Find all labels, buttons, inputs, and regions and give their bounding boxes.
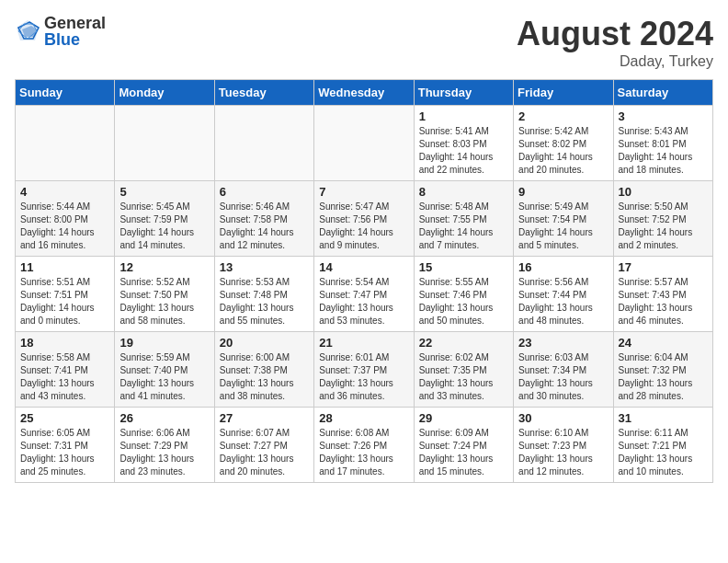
day-number: 2 [518, 109, 608, 123]
day-info: Sunrise: 5:56 AM Sunset: 7:44 PM Dayligh… [518, 276, 608, 327]
calendar-cell: 17Sunrise: 5:57 AM Sunset: 7:43 PM Dayli… [613, 257, 712, 332]
day-number: 1 [419, 109, 508, 123]
col-header-thursday: Thursday [414, 80, 513, 106]
day-number: 19 [119, 336, 209, 350]
logo-icon [15, 18, 40, 44]
day-number: 22 [419, 336, 508, 350]
logo: General Blue [15, 15, 106, 48]
day-info: Sunrise: 5:43 AM Sunset: 8:01 PM Dayligh… [619, 125, 708, 177]
day-number: 15 [419, 260, 508, 274]
day-info: Sunrise: 5:58 AM Sunset: 7:41 PM Dayligh… [20, 351, 109, 403]
day-info: Sunrise: 5:59 AM Sunset: 7:40 PM Dayligh… [119, 351, 209, 403]
logo-text: General Blue [44, 15, 106, 48]
calendar-cell [16, 106, 115, 181]
location-subtitle: Daday, Turkey [517, 53, 713, 70]
calendar-cell [214, 106, 313, 181]
day-number: 8 [419, 185, 508, 199]
day-number: 29 [419, 411, 508, 425]
title-area: August 2024 Daday, Turkey [517, 15, 713, 70]
day-info: Sunrise: 5:53 AM Sunset: 7:48 PM Dayligh… [220, 276, 309, 327]
calendar-cell [314, 106, 414, 181]
col-header-saturday: Saturday [613, 80, 712, 106]
day-number: 3 [619, 109, 708, 123]
calendar-cell: 11Sunrise: 5:51 AM Sunset: 7:51 PM Dayli… [16, 257, 115, 332]
day-number: 12 [119, 260, 209, 274]
day-number: 4 [20, 185, 109, 199]
day-number: 5 [119, 185, 209, 199]
day-number: 18 [20, 336, 109, 350]
day-number: 13 [220, 260, 309, 274]
day-info: Sunrise: 6:06 AM Sunset: 7:29 PM Dayligh… [119, 427, 209, 478]
col-header-friday: Friday [514, 80, 613, 106]
day-info: Sunrise: 5:57 AM Sunset: 7:43 PM Dayligh… [619, 276, 708, 327]
col-header-tuesday: Tuesday [214, 80, 313, 106]
calendar-header-row: SundayMondayTuesdayWednesdayThursdayFrid… [16, 80, 713, 106]
logo-general-label: General [44, 15, 106, 31]
calendar-cell: 10Sunrise: 5:50 AM Sunset: 7:52 PM Dayli… [613, 181, 712, 257]
day-info: Sunrise: 5:54 AM Sunset: 7:47 PM Dayligh… [319, 276, 408, 327]
calendar-table: SundayMondayTuesdayWednesdayThursdayFrid… [15, 79, 713, 483]
logo-blue-label: Blue [44, 31, 106, 48]
calendar-cell: 27Sunrise: 6:07 AM Sunset: 7:27 PM Dayli… [214, 408, 313, 483]
calendar-cell: 6Sunrise: 5:46 AM Sunset: 7:58 PM Daylig… [214, 181, 313, 257]
calendar-cell: 15Sunrise: 5:55 AM Sunset: 7:46 PM Dayli… [414, 257, 513, 332]
day-info: Sunrise: 6:03 AM Sunset: 7:34 PM Dayligh… [518, 351, 608, 403]
day-info: Sunrise: 5:51 AM Sunset: 7:51 PM Dayligh… [20, 276, 109, 327]
day-info: Sunrise: 6:09 AM Sunset: 7:24 PM Dayligh… [419, 427, 508, 478]
calendar-cell: 5Sunrise: 5:45 AM Sunset: 7:59 PM Daylig… [115, 181, 214, 257]
day-info: Sunrise: 6:11 AM Sunset: 7:21 PM Dayligh… [619, 427, 708, 478]
day-info: Sunrise: 6:10 AM Sunset: 7:23 PM Dayligh… [518, 427, 608, 478]
calendar-week-row: 11Sunrise: 5:51 AM Sunset: 7:51 PM Dayli… [16, 257, 713, 332]
calendar-cell: 23Sunrise: 6:03 AM Sunset: 7:34 PM Dayli… [514, 332, 613, 408]
day-number: 20 [220, 336, 309, 350]
col-header-sunday: Sunday [16, 80, 115, 106]
calendar-cell: 31Sunrise: 6:11 AM Sunset: 7:21 PM Dayli… [613, 408, 712, 483]
day-info: Sunrise: 6:08 AM Sunset: 7:26 PM Dayligh… [319, 427, 408, 478]
header: General Blue August 2024 Daday, Turkey [15, 15, 713, 70]
day-number: 10 [619, 185, 708, 199]
calendar-cell [115, 106, 214, 181]
day-info: Sunrise: 6:07 AM Sunset: 7:27 PM Dayligh… [220, 427, 309, 478]
day-info: Sunrise: 5:52 AM Sunset: 7:50 PM Dayligh… [119, 276, 209, 327]
day-info: Sunrise: 5:44 AM Sunset: 8:00 PM Dayligh… [20, 201, 109, 252]
calendar-cell: 9Sunrise: 5:49 AM Sunset: 7:54 PM Daylig… [514, 181, 613, 257]
calendar-cell: 25Sunrise: 6:05 AM Sunset: 7:31 PM Dayli… [16, 408, 115, 483]
day-number: 24 [619, 336, 708, 350]
calendar-cell: 26Sunrise: 6:06 AM Sunset: 7:29 PM Dayli… [115, 408, 214, 483]
day-info: Sunrise: 6:00 AM Sunset: 7:38 PM Dayligh… [220, 351, 309, 403]
calendar-cell: 7Sunrise: 5:47 AM Sunset: 7:56 PM Daylig… [314, 181, 414, 257]
day-info: Sunrise: 6:01 AM Sunset: 7:37 PM Dayligh… [319, 351, 408, 403]
calendar-cell: 24Sunrise: 6:04 AM Sunset: 7:32 PM Dayli… [613, 332, 712, 408]
day-number: 30 [518, 411, 608, 425]
day-number: 25 [20, 411, 109, 425]
day-info: Sunrise: 5:46 AM Sunset: 7:58 PM Dayligh… [220, 201, 309, 252]
day-number: 28 [319, 411, 408, 425]
calendar-week-row: 25Sunrise: 6:05 AM Sunset: 7:31 PM Dayli… [16, 408, 713, 483]
day-number: 26 [119, 411, 209, 425]
calendar-cell: 2Sunrise: 5:42 AM Sunset: 8:02 PM Daylig… [514, 106, 613, 181]
calendar-week-row: 18Sunrise: 5:58 AM Sunset: 7:41 PM Dayli… [16, 332, 713, 408]
day-info: Sunrise: 6:02 AM Sunset: 7:35 PM Dayligh… [419, 351, 508, 403]
calendar-cell: 20Sunrise: 6:00 AM Sunset: 7:38 PM Dayli… [214, 332, 313, 408]
month-year-title: August 2024 [517, 15, 713, 53]
calendar-cell: 21Sunrise: 6:01 AM Sunset: 7:37 PM Dayli… [314, 332, 414, 408]
day-info: Sunrise: 5:48 AM Sunset: 7:55 PM Dayligh… [419, 201, 508, 252]
day-number: 31 [619, 411, 708, 425]
day-info: Sunrise: 5:49 AM Sunset: 7:54 PM Dayligh… [518, 201, 608, 252]
calendar-cell: 19Sunrise: 5:59 AM Sunset: 7:40 PM Dayli… [115, 332, 214, 408]
day-number: 11 [20, 260, 109, 274]
calendar-cell: 18Sunrise: 5:58 AM Sunset: 7:41 PM Dayli… [16, 332, 115, 408]
day-number: 16 [518, 260, 608, 274]
calendar-cell: 3Sunrise: 5:43 AM Sunset: 8:01 PM Daylig… [613, 106, 712, 181]
calendar-cell: 29Sunrise: 6:09 AM Sunset: 7:24 PM Dayli… [414, 408, 513, 483]
day-info: Sunrise: 5:45 AM Sunset: 7:59 PM Dayligh… [119, 201, 209, 252]
calendar-cell: 1Sunrise: 5:41 AM Sunset: 8:03 PM Daylig… [414, 106, 513, 181]
day-number: 7 [319, 185, 408, 199]
day-number: 9 [518, 185, 608, 199]
day-number: 17 [619, 260, 708, 274]
day-info: Sunrise: 5:55 AM Sunset: 7:46 PM Dayligh… [419, 276, 508, 327]
calendar-cell: 12Sunrise: 5:52 AM Sunset: 7:50 PM Dayli… [115, 257, 214, 332]
day-number: 27 [220, 411, 309, 425]
day-number: 6 [220, 185, 309, 199]
day-info: Sunrise: 6:04 AM Sunset: 7:32 PM Dayligh… [619, 351, 708, 403]
